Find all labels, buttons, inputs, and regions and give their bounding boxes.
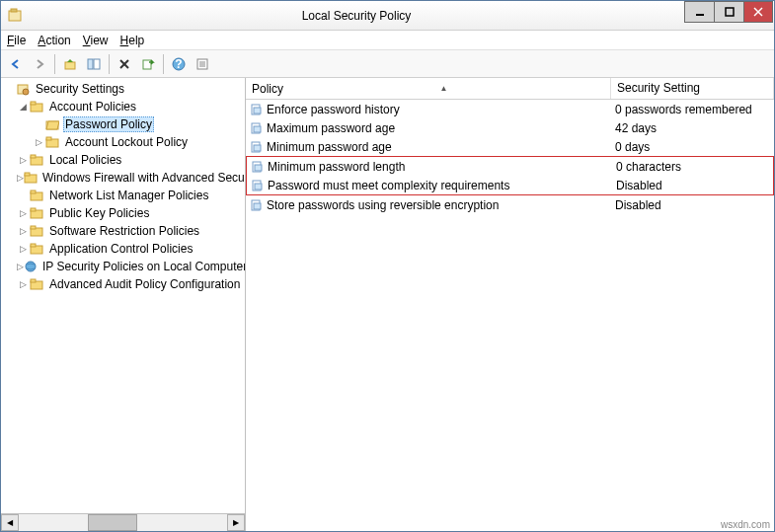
policy-icon: [250, 121, 264, 135]
tree-ip-security[interactable]: ▷ IP Security Policies on Local Computer: [1, 258, 245, 275]
delete-button[interactable]: [114, 53, 135, 75]
policy-setting: 0 days: [611, 140, 774, 154]
tree-label: Network List Manager Policies: [47, 189, 210, 202]
back-button[interactable]: [5, 53, 27, 75]
list-row[interactable]: Store passwords using reversible encrypt…: [246, 195, 774, 214]
tree-label: Application Control Policies: [47, 242, 194, 256]
list-row[interactable]: Maximum password age 42 days: [246, 118, 774, 137]
list-row[interactable]: Minimum password length 0 characters: [247, 157, 773, 176]
window-title: Local Security Policy: [29, 9, 684, 23]
svg-rect-47: [255, 165, 262, 171]
toolbar-separator: [54, 54, 55, 74]
column-label: Policy: [252, 82, 283, 96]
expand-icon[interactable]: ▷: [17, 262, 24, 271]
menu-view[interactable]: View: [83, 34, 109, 47]
watermark: wsxdn.com: [721, 519, 770, 530]
folder-icon: [44, 134, 60, 150]
policy-name: Minimum password length: [268, 160, 405, 174]
expand-icon[interactable]: ▷: [17, 173, 24, 183]
tree-password-policy[interactable]: Password Policy: [1, 115, 245, 133]
show-hide-tree-button[interactable]: [83, 53, 105, 75]
svg-rect-21: [31, 102, 36, 105]
policy-setting: 42 days: [611, 121, 774, 135]
toolbar-separator: [163, 54, 164, 74]
svg-rect-26: [31, 155, 36, 158]
tree-local-policies[interactable]: ▷ Local Policies: [1, 151, 245, 169]
scroll-left-button[interactable]: ◀: [1, 514, 19, 531]
maximize-button[interactable]: [714, 1, 743, 23]
expand-icon[interactable]: ▷: [17, 208, 29, 218]
tree-label: Account Policies: [47, 100, 138, 114]
security-settings-icon: [15, 81, 31, 97]
export-button[interactable]: [137, 53, 159, 75]
list-row[interactable]: Minimum password age 0 days: [246, 137, 774, 156]
tree-label: Software Restriction Policies: [47, 224, 201, 238]
scroll-right-button[interactable]: ▶: [227, 514, 245, 531]
svg-rect-49: [255, 184, 262, 190]
list-row[interactable]: Enforce password history 0 passwords rem…: [246, 100, 774, 118]
svg-rect-28: [25, 173, 30, 176]
svg-rect-6: [65, 62, 75, 69]
tree-firewall[interactable]: ▷ Windows Firewall with Advanced Securit…: [1, 169, 245, 187]
tree-label: Security Settings: [34, 82, 126, 96]
policy-name: Store passwords using reversible encrypt…: [267, 198, 499, 212]
tree-network-list[interactable]: Network List Manager Policies: [1, 187, 245, 204]
tree-root[interactable]: Security Settings: [1, 80, 245, 98]
scroll-thumb[interactable]: [88, 514, 137, 531]
expand-icon[interactable]: ▷: [17, 244, 29, 254]
svg-rect-3: [726, 8, 734, 16]
close-button[interactable]: [743, 1, 773, 23]
tree-account-lockout[interactable]: ▷ Account Lockout Policy: [1, 133, 245, 151]
svg-rect-8: [94, 59, 100, 69]
folder-icon: [29, 188, 44, 203]
menu-help[interactable]: Help: [120, 34, 145, 47]
toolbar-separator: [109, 54, 110, 74]
policy-icon: [250, 140, 264, 154]
up-button[interactable]: [59, 53, 81, 75]
tree-account-policies[interactable]: ◢ Account Policies: [1, 98, 245, 115]
forward-button[interactable]: [29, 53, 50, 75]
policy-setting: 0 characters: [612, 160, 773, 174]
tree-pane: Security Settings ◢ Account Policies Pas…: [1, 78, 246, 531]
folder-icon: [24, 170, 38, 186]
policy-setting: 0 passwords remembered: [611, 103, 774, 116]
expand-icon[interactable]: ▷: [17, 226, 29, 236]
list-header: Policy ▲ Security Setting: [246, 78, 774, 100]
properties-button[interactable]: [192, 53, 213, 75]
highlight-annotation: Minimum password length 0 characters Pas…: [246, 156, 774, 195]
expand-icon[interactable]: ▷: [17, 155, 29, 165]
scroll-track[interactable]: [19, 514, 227, 531]
menu-file[interactable]: File: [7, 34, 26, 47]
horizontal-scrollbar[interactable]: ◀ ▶: [1, 513, 245, 531]
tree-software-restriction[interactable]: ▷ Software Restriction Policies: [1, 222, 245, 240]
svg-rect-43: [254, 126, 261, 132]
help-button[interactable]: ?: [168, 53, 190, 75]
policy-setting: Disabled: [612, 179, 773, 192]
folder-icon: [29, 276, 44, 292]
list-row[interactable]: Password must meet complexity requiremen…: [247, 176, 773, 194]
menu-action[interactable]: Action: [38, 34, 70, 47]
collapse-icon[interactable]: ◢: [17, 102, 29, 112]
toolbar: ?: [1, 50, 774, 78]
svg-rect-1: [11, 9, 17, 12]
tree-label: Windows Firewall with Advanced Security: [40, 171, 245, 185]
list-body: Enforce password history 0 passwords rem…: [246, 100, 774, 531]
svg-text:?: ?: [175, 57, 182, 71]
column-header-setting[interactable]: Security Setting: [611, 78, 774, 99]
folder-icon: [29, 205, 44, 221]
column-header-policy[interactable]: Policy ▲: [246, 78, 611, 99]
expand-icon[interactable]: ▷: [33, 137, 44, 147]
svg-point-37: [26, 262, 36, 271]
window-controls: [684, 1, 773, 23]
minimize-button[interactable]: [684, 1, 714, 23]
folder-open-icon: [44, 116, 60, 132]
tree-label: Advanced Audit Policy Configuration: [47, 277, 242, 291]
tree-advanced-audit[interactable]: ▷ Advanced Audit Policy Configuration: [1, 275, 245, 293]
tree[interactable]: Security Settings ◢ Account Policies Pas…: [1, 78, 245, 513]
policy-name: Enforce password history: [267, 103, 400, 116]
tree-public-key[interactable]: ▷ Public Key Policies: [1, 204, 245, 222]
expand-icon[interactable]: ▷: [17, 279, 29, 289]
content-area: Security Settings ◢ Account Policies Pas…: [1, 78, 774, 531]
policy-icon: [251, 160, 265, 174]
tree-app-control[interactable]: ▷ Application Control Policies: [1, 240, 245, 258]
